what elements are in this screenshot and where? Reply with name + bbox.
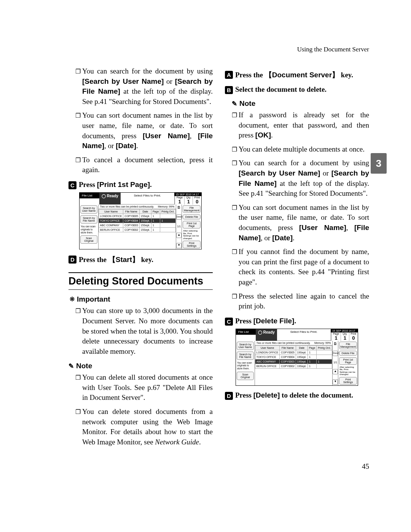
ready-indicator: ◯ Ready — [256, 329, 277, 341]
bullet-text: You can sort document names in the list … — [239, 203, 369, 243]
note-heading: ✎Note — [68, 362, 213, 370]
bullet-text: You can search for the document by using… — [82, 66, 213, 107]
ss-date: 15 SEP 2010 14:17 — [174, 193, 201, 196]
scan-original-button[interactable]: Scan Original — [80, 235, 97, 244]
step-number-icon: C — [68, 181, 76, 189]
bullet-text: If a password is already set for the doc… — [239, 110, 369, 141]
bullet-text: You can sort document names in the list … — [82, 110, 213, 151]
delete-file-button[interactable]: Delete File — [339, 351, 357, 356]
scroll-up-icon[interactable]: ▲ — [176, 233, 182, 238]
page-number: 45 — [68, 462, 369, 471]
file-table[interactable]: User NameFile NameDatePagePrintg Ord. LO… — [99, 209, 176, 232]
step-a: A Press the Document Server key. — [225, 70, 369, 80]
delete-file-button[interactable]: Delete File — [183, 214, 201, 219]
page-indicator: 1/1 — [333, 361, 337, 364]
square-bullet-icon: ❐ — [75, 112, 82, 151]
file-management-button[interactable]: File Management — [183, 205, 201, 213]
scan-hint: You can scan originals to store them. — [236, 361, 255, 371]
bullet-item: ❐ You can search for the document by usi… — [75, 66, 213, 107]
square-bullet-icon: ❐ — [75, 156, 82, 175]
search-user-name-button[interactable]: Search by User Name — [80, 205, 97, 214]
section-heading: Deleting Stored Documents — [68, 272, 213, 290]
scan-hint: You can scan originals to store them. — [80, 224, 98, 235]
bullet-text: You can store up to 3,000 documents in t… — [82, 306, 213, 356]
ss-counters: Page1 Qty.1 Print0 — [331, 332, 358, 341]
search-file-name-button[interactable]: Search by File Name — [237, 351, 254, 360]
ss-title: Select Files to Print. — [121, 193, 174, 204]
print-settings-note: After selecting file, Print Settings can… — [182, 229, 201, 240]
table-row[interactable]: BERLIN OFFICECOPY000219Sept.1 — [255, 364, 332, 368]
right-column: A Press the Document Server key. B Selec… — [225, 65, 369, 451]
ss-date: 15 SEP 2010 14:17 — [331, 329, 358, 332]
print-1st-page-button[interactable]: Print 1st Page — [339, 357, 357, 365]
bullet-item: ❐ You can delete all stored documents at… — [75, 372, 213, 403]
search-user-name-button[interactable]: Search by User Name — [237, 342, 254, 350]
print-settings-button[interactable]: Print Settings — [183, 241, 201, 248]
step-number-icon: B — [225, 86, 233, 94]
step-c: C Press [Print 1st Page]. — [68, 181, 213, 189]
square-bullet-icon: ❐ — [75, 408, 82, 447]
screenshot-delete-file: File List ◯ Ready Select Files to Print.… — [236, 329, 358, 386]
square-bullet-icon: ❐ — [75, 374, 82, 403]
step-number-icon: C — [225, 318, 233, 326]
bullet-text: You can search for a document by using [… — [239, 158, 369, 198]
square-bullet-icon: ❐ — [75, 67, 82, 107]
scroll-up-icon[interactable]: ▲ — [333, 369, 338, 374]
table-row[interactable]: LONDON OFFICECOPY000515Sept.1 — [99, 214, 175, 218]
scroll-down-icon[interactable]: ▼ — [333, 379, 338, 385]
table-row[interactable]: ABC COMPANYCOPY000319Sept.11 — [255, 359, 332, 364]
bullet-item: ❐ To cancel a document selection, press … — [75, 155, 213, 175]
scan-original-button[interactable]: Scan Original — [237, 372, 254, 380]
preview-icon: 🗎 — [177, 205, 181, 209]
note-icon: ✎ — [68, 362, 74, 370]
left-column: ❐ You can search for the document by usi… — [68, 65, 213, 451]
bullet-item: ❐ Press the selected line again to cance… — [232, 291, 369, 312]
bullet-item: ❐ You can sort document names in the lis… — [232, 203, 369, 243]
bullet-text: Press the selected line again to cancel … — [239, 291, 369, 312]
bullet-text: If you cannot find the document by name,… — [239, 247, 369, 287]
page-indicator: 1/1 — [177, 225, 181, 228]
table-row[interactable]: TOKYO OFFICECOPY000419Sept.1 — [255, 355, 332, 359]
step-d: D Press [Delete] to delete the document. — [225, 391, 369, 400]
step-number-icon: D — [68, 256, 76, 264]
file-table[interactable]: User NameFile NameDatePagePrintg Ord. LO… — [255, 345, 332, 369]
important-heading: ❊Important — [68, 295, 213, 304]
table-row[interactable]: LONDON OFFICECOPY000519Sept.1 — [255, 350, 332, 355]
important-icon: ❊ — [68, 296, 75, 303]
square-bullet-icon: ❐ — [232, 248, 239, 287]
step-d: D Press the Start key. — [68, 255, 213, 265]
print-settings-note: After selecting file, Print Settings can… — [338, 366, 358, 376]
bullet-item: ❐ You can sort document names in the lis… — [75, 110, 213, 151]
file-management-button[interactable]: File Management — [339, 342, 357, 349]
note-icon: ✎ — [232, 100, 237, 108]
chapter-tab: 3 — [371, 153, 387, 174]
table-row[interactable]: ABC COMPANYCOPY000315Sept.1 — [99, 223, 175, 227]
bullet-text: You can delete all stored documents at o… — [82, 372, 213, 403]
print-settings-button[interactable]: Print Settings — [339, 377, 357, 385]
ss-title: Select Files to Print. — [277, 329, 331, 341]
detail-button[interactable]: Detail — [176, 214, 182, 220]
search-file-name-button[interactable]: Search by File Name — [80, 215, 97, 224]
bullet-text: You can delete stored documents from a n… — [82, 407, 213, 447]
preview-icon: 🗎 — [333, 342, 337, 346]
square-bullet-icon: ❐ — [232, 111, 239, 141]
bullet-item: ❐ You can delete stored documents from a… — [75, 407, 213, 447]
bullet-item: ❐ If a password is already set for the d… — [232, 110, 369, 141]
detail-button[interactable]: Detail — [333, 351, 338, 356]
print-1st-page-button[interactable]: Print 1st Page — [183, 221, 201, 228]
square-bullet-icon: ❐ — [232, 204, 239, 243]
scroll-down-icon[interactable]: ▼ — [176, 243, 182, 248]
bullet-text: To cancel a document selection, press it… — [82, 155, 213, 175]
bullet-item: ❐ You can delete multiple documents at o… — [232, 144, 369, 155]
table-row[interactable]: TOKYO OFFICECOPY000415Sept.11 — [99, 218, 175, 223]
step-b: B Select the document to delete. — [225, 85, 369, 94]
bullet-item: ❐ You can search for a document by using… — [232, 158, 369, 198]
page-header: Using the Document Server — [68, 46, 369, 53]
ss-tab: File List — [236, 329, 256, 335]
bullet-item: ❐ You can store up to 3,000 documents in… — [75, 306, 213, 356]
square-bullet-icon: ❐ — [75, 307, 82, 356]
ss-counters: Page1 Qty.1 Print0 — [174, 196, 201, 204]
table-row[interactable]: BERLIN OFFICECOPY000215Sept.1 — [99, 227, 175, 232]
step-number-icon: D — [225, 392, 233, 400]
square-bullet-icon: ❐ — [232, 145, 239, 155]
